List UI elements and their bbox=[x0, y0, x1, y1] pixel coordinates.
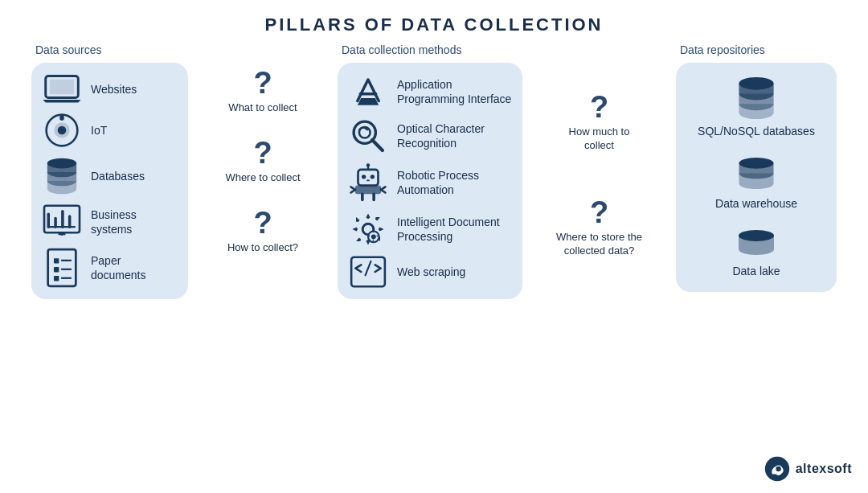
svg-point-48 bbox=[776, 466, 780, 471]
gear-icon bbox=[347, 211, 389, 248]
sources-label-4: Paper documents bbox=[91, 253, 178, 282]
sources-label-0: Websites bbox=[91, 82, 137, 97]
list-item: Data lake bbox=[687, 228, 825, 278]
sources-label-1: IoT bbox=[91, 123, 107, 138]
svg-point-28 bbox=[371, 175, 375, 179]
question-item-0: ? What to collect bbox=[228, 68, 297, 115]
db-repo-icon-2 bbox=[735, 228, 777, 259]
question-label-3: How much to collect bbox=[553, 125, 645, 153]
question-label-2: How to collect? bbox=[227, 241, 298, 255]
db-repo-icon-1 bbox=[735, 156, 777, 191]
ocr-icon bbox=[347, 117, 389, 154]
api-icon bbox=[347, 74, 389, 109]
repositories-panel: SQL/NoSQL databases Data warehouse bbox=[676, 63, 837, 292]
db-repo-icon-0 bbox=[735, 76, 777, 119]
repo-label-2: Data lake bbox=[732, 264, 780, 278]
data-repositories-section: Data repositories SQL/NoSQL databases bbox=[676, 43, 837, 292]
questions-left: ? What to collect ? Where to collect ? H… bbox=[219, 43, 307, 255]
list-item: Optical Character Recognition bbox=[347, 117, 513, 154]
question-label-1: Where to collect bbox=[225, 171, 300, 185]
svg-point-31 bbox=[366, 163, 370, 166]
question-label-4: Where to store the collected data? bbox=[553, 231, 645, 258]
repo-label-1: Data warehouse bbox=[715, 196, 797, 211]
brand-logo-icon bbox=[764, 456, 790, 482]
list-item: Intelligent Document Processing bbox=[347, 211, 513, 248]
question-mark-4: ? bbox=[590, 197, 608, 228]
svg-line-43 bbox=[366, 261, 371, 275]
sources-header: Data sources bbox=[31, 43, 188, 56]
question-item-2: ? How to collect? bbox=[227, 207, 298, 255]
svg-line-36 bbox=[381, 190, 385, 193]
list-item: Websites bbox=[41, 74, 178, 105]
list-item: Databases bbox=[41, 156, 178, 196]
svg-rect-1 bbox=[50, 80, 74, 95]
list-item: Web scraping bbox=[347, 256, 513, 288]
svg-rect-15 bbox=[48, 249, 76, 286]
methods-label-1: Optical Character Recognition bbox=[397, 121, 513, 150]
question-mark-3: ? bbox=[590, 92, 608, 122]
svg-point-4 bbox=[58, 126, 67, 135]
doc-icon bbox=[41, 248, 83, 288]
list-item: Robotic Process Automation bbox=[347, 162, 513, 203]
list-item: Paper documents bbox=[41, 248, 178, 288]
robot-icon bbox=[347, 162, 389, 203]
methods-header: Data collection methods bbox=[338, 43, 522, 56]
list-item: Application Programming Interface bbox=[347, 74, 513, 109]
svg-point-27 bbox=[362, 175, 366, 179]
svg-rect-42 bbox=[351, 257, 385, 287]
repositories-header: Data repositories bbox=[676, 43, 837, 56]
camera-icon bbox=[41, 113, 83, 148]
sources-label-3: Business systems bbox=[91, 207, 178, 236]
sources-panel: Websites IoT bbox=[31, 63, 188, 299]
list-item: SQL/NoSQL databases bbox=[687, 76, 825, 138]
sources-label-2: Databases bbox=[91, 169, 145, 183]
question-label-0: What to collect bbox=[228, 101, 297, 115]
svg-rect-18 bbox=[54, 267, 59, 272]
question-mark-1: ? bbox=[253, 138, 272, 168]
chart-icon bbox=[41, 204, 83, 240]
methods-label-3: Intelligent Document Processing bbox=[397, 215, 513, 244]
svg-rect-16 bbox=[54, 258, 59, 263]
question-mark-2: ? bbox=[253, 207, 272, 238]
methods-label-4: Web scraping bbox=[397, 265, 465, 279]
repo-label-0: SQL/NoSQL databases bbox=[698, 124, 815, 138]
question-item-3: ? How much to collect bbox=[553, 92, 645, 153]
methods-label-2: Robotic Process Automation bbox=[397, 168, 513, 197]
data-sources-section: Data sources Websites bbox=[31, 43, 188, 299]
svg-rect-32 bbox=[355, 186, 381, 195]
svg-rect-26 bbox=[358, 170, 379, 186]
branding: altexsoft bbox=[764, 456, 852, 482]
question-mark-0: ? bbox=[253, 68, 272, 98]
db-icon bbox=[41, 156, 83, 196]
svg-rect-20 bbox=[54, 276, 59, 281]
question-item-1: ? Where to collect bbox=[225, 138, 300, 185]
laptop-icon bbox=[41, 74, 83, 105]
main-title: PILLARS OF DATA COLLECTION bbox=[0, 0, 868, 43]
questions-right: ? How much to collect ? Where to store t… bbox=[553, 43, 645, 258]
list-item: Data warehouse bbox=[687, 156, 825, 211]
list-item: IoT bbox=[41, 113, 178, 148]
svg-line-25 bbox=[372, 140, 383, 150]
code-icon bbox=[347, 256, 389, 288]
list-item: Business systems bbox=[41, 204, 178, 240]
methods-panel: Application Programming Interface Optica… bbox=[338, 63, 522, 299]
brand-name-text: altexsoft bbox=[796, 462, 852, 476]
data-methods-section: Data collection methods Application Prog… bbox=[338, 43, 522, 299]
methods-label-0: Application Programming Interface bbox=[397, 77, 513, 106]
svg-line-34 bbox=[351, 190, 355, 193]
svg-point-41 bbox=[371, 234, 376, 239]
svg-rect-5 bbox=[59, 116, 63, 121]
question-item-4: ? Where to store the collected data? bbox=[553, 197, 645, 258]
